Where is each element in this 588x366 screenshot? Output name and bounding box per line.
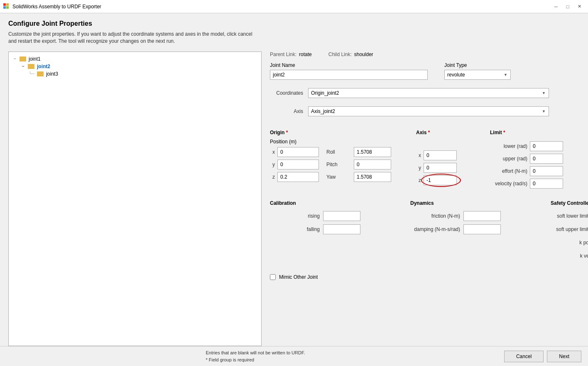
limit-lower-row: lower (rad) bbox=[490, 141, 563, 151]
tree-connector-joint3: └─ bbox=[29, 71, 34, 76]
page-subtitle: Customize the joint properties. If you w… bbox=[8, 31, 257, 45]
limit-grid: lower (rad) upper (rad) effort (N-m) bbox=[490, 141, 563, 189]
main-fields: Origin * Position (m) x Roll y bbox=[270, 130, 588, 189]
calibration-falling-input[interactable] bbox=[323, 224, 360, 234]
title-bar: SolidWorks Assembly to URDF Exporter ─ □… bbox=[0, 0, 588, 13]
joint-type-select[interactable]: revolute continuous prismatic fixed floa… bbox=[444, 70, 511, 80]
pos-z-input[interactable] bbox=[277, 172, 319, 182]
title-bar-left: SolidWorks Assembly to URDF Exporter bbox=[3, 3, 101, 10]
joint-type-group: Joint Type revolute continuous prismatic… bbox=[444, 62, 511, 80]
k-position-label: k position bbox=[551, 240, 588, 246]
svg-rect-0 bbox=[3, 3, 6, 6]
window-title: SolidWorks Assembly to URDF Exporter bbox=[12, 4, 101, 10]
tree-item-joint3[interactable]: └─ joint3 bbox=[12, 70, 258, 78]
calibration-group: Calibration rising falling bbox=[270, 200, 360, 261]
limit-velocity-row: velocity (rad/s) bbox=[490, 179, 563, 189]
maximize-button[interactable]: □ bbox=[562, 2, 573, 11]
joint-type-label: Joint Type bbox=[444, 62, 511, 68]
yaw-input[interactable] bbox=[354, 172, 391, 182]
velocity-input[interactable] bbox=[530, 179, 563, 189]
soft-upper-label: soft upper limit (rad) bbox=[551, 226, 588, 232]
link-info: Parent Link: rotate Child Link: shoulder bbox=[270, 52, 588, 57]
dynamics-title: Dynamics bbox=[410, 200, 501, 206]
tree-item-joint2[interactable]: − joint2 bbox=[12, 63, 258, 70]
axis-z-label: z bbox=[416, 177, 421, 183]
safety-soft-lower-row: soft lower limit (rad) bbox=[551, 211, 588, 221]
position-grid: x Roll y Pitch z bbox=[270, 147, 391, 182]
soft-lower-label: soft lower limit (rad) bbox=[551, 213, 588, 219]
axis-z-input[interactable] bbox=[424, 175, 457, 185]
mimic-label: Mimic Other Joint bbox=[279, 274, 318, 280]
coordinates-select[interactable]: Origin_joint2 bbox=[308, 88, 549, 98]
pos-y-input[interactable] bbox=[277, 160, 319, 169]
axis-y-input[interactable] bbox=[424, 163, 457, 173]
limit-upper-row: upper (rad) bbox=[490, 154, 563, 164]
velocity-label: velocity (rad/s) bbox=[490, 181, 527, 187]
axis-x-row: x bbox=[416, 150, 457, 160]
pos-x-row: x Roll bbox=[270, 147, 391, 157]
dynamics-damping-label: damping (N-m-s/rad) bbox=[410, 226, 460, 232]
limit-title: Limit * bbox=[490, 130, 563, 135]
close-button[interactable]: ✕ bbox=[574, 2, 585, 11]
coordinates-row: Coordinates Origin_joint2 bbox=[270, 88, 588, 98]
tree-label-joint3: joint3 bbox=[46, 71, 58, 77]
axis-select[interactable]: Axis_joint2 bbox=[308, 106, 549, 116]
origin-group: Origin * Position (m) x Roll y bbox=[270, 130, 391, 189]
joint-name-label: Joint Name bbox=[270, 62, 428, 68]
position-label: Position (m) bbox=[270, 139, 391, 145]
effort-input[interactable] bbox=[530, 166, 563, 176]
footer-note2: * Field group is required bbox=[206, 356, 305, 364]
app-icon bbox=[3, 3, 10, 10]
pos-y-row: y Pitch bbox=[270, 160, 391, 169]
mimic-checkbox[interactable] bbox=[270, 274, 276, 280]
axis-values-group: Axis * x y z bbox=[416, 130, 457, 189]
calibration-falling-label: falling bbox=[270, 226, 320, 232]
dynamics-friction-input[interactable] bbox=[463, 211, 501, 221]
footer-notes: Entries that are blank will not be writt… bbox=[206, 349, 305, 363]
upper-label: upper (rad) bbox=[490, 156, 527, 162]
tree-item-joint1[interactable]: − joint1 bbox=[12, 55, 258, 63]
child-link-item: Child Link: shoulder bbox=[328, 52, 373, 57]
roll-input[interactable] bbox=[354, 147, 391, 157]
lower-input[interactable] bbox=[530, 141, 563, 151]
joint-name-input[interactable] bbox=[270, 70, 428, 80]
axis-y-row: y bbox=[416, 163, 457, 173]
footer-buttons: Cancel Next bbox=[504, 351, 581, 362]
axis-z-row: z bbox=[416, 175, 457, 185]
main-layout: − joint1 − joint2 └─ joint3 Parent Link: bbox=[8, 52, 580, 346]
safety-k-vel-row: k velocity bbox=[551, 251, 588, 261]
tree-label-joint1: joint1 bbox=[29, 56, 41, 62]
axis-x-input[interactable] bbox=[424, 150, 457, 160]
upper-input[interactable] bbox=[530, 154, 563, 164]
safety-controller-title: Safety Controller bbox=[551, 200, 588, 206]
minimize-button[interactable]: ─ bbox=[551, 2, 561, 11]
effort-label: effort (N-m) bbox=[490, 168, 527, 174]
tree-panel: − joint1 − joint2 └─ joint3 bbox=[8, 52, 262, 346]
pos-y-label: y bbox=[270, 162, 275, 167]
axis-dropdown-label: Axis bbox=[270, 108, 303, 114]
origin-title: Origin * bbox=[270, 130, 391, 135]
safety-k-pos-row: k position bbox=[551, 238, 588, 248]
safety-controller-group: Safety Controller soft lower limit (rad)… bbox=[551, 200, 588, 261]
footer: Entries that are blank will not be writt… bbox=[0, 346, 588, 366]
tree-toggle-joint2[interactable]: − bbox=[20, 64, 26, 69]
lower-label: lower (rad) bbox=[490, 143, 527, 149]
limit-effort-row: effort (N-m) bbox=[490, 166, 563, 176]
roll-label: Roll bbox=[326, 149, 351, 155]
tree-label-joint2: joint2 bbox=[37, 64, 50, 69]
pos-x-input[interactable] bbox=[277, 147, 319, 157]
axis-title: Axis * bbox=[416, 130, 457, 135]
calibration-rising-input[interactable] bbox=[323, 211, 360, 221]
axis-z-wrapper bbox=[424, 175, 457, 185]
window-controls: ─ □ ✕ bbox=[551, 2, 585, 11]
dynamics-damping-input[interactable] bbox=[463, 224, 501, 234]
next-button[interactable]: Next bbox=[547, 351, 581, 362]
lower-section: Calibration rising falling Dynamics fric… bbox=[270, 200, 588, 261]
limit-group: Limit * lower (rad) upper (rad) effort (… bbox=[490, 130, 563, 189]
pos-z-label: z bbox=[270, 174, 275, 180]
joint-name-group: Joint Name bbox=[270, 62, 428, 80]
axis-y-label: y bbox=[416, 165, 421, 171]
pitch-input[interactable] bbox=[354, 160, 391, 169]
cancel-button[interactable]: Cancel bbox=[504, 351, 544, 362]
tree-toggle-joint1[interactable]: − bbox=[12, 56, 18, 62]
